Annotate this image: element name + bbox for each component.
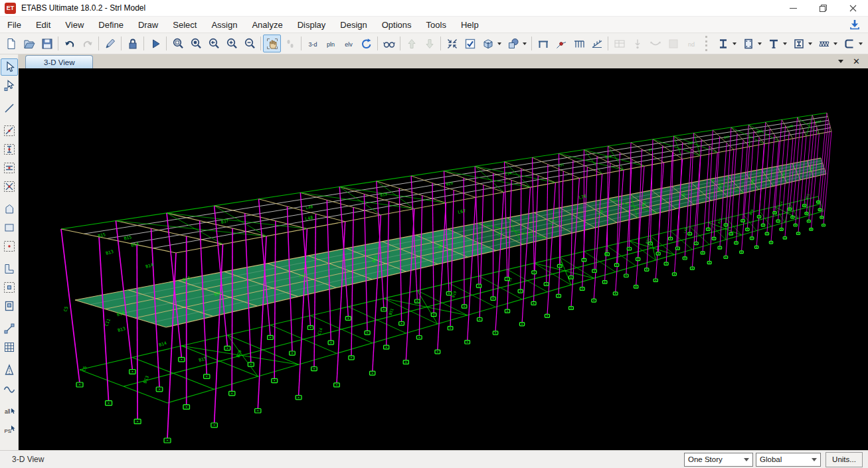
undo-button[interactable] <box>60 35 78 52</box>
menu-options[interactable]: Options <box>375 20 419 30</box>
menu-assign[interactable]: Assign <box>204 20 244 30</box>
menu-view[interactable]: View <box>58 20 91 30</box>
restore-button[interactable] <box>808 0 838 16</box>
frame-section-boxi-dropdown[interactable] <box>790 35 808 52</box>
menu-tools[interactable]: Tools <box>419 20 454 30</box>
area-display-button <box>664 35 682 52</box>
new-model-button[interactable] <box>2 35 20 52</box>
object-display-checkbox-button[interactable] <box>461 35 479 52</box>
draw-link-button[interactable] <box>1 320 18 337</box>
draw-line-button[interactable] <box>1 100 18 117</box>
gtable-icon <box>613 37 626 50</box>
channel-section-dropdown[interactable] <box>840 35 858 52</box>
minimize-icon <box>790 5 797 12</box>
display-options-button[interactable] <box>380 35 398 52</box>
quick-draw-area-button[interactable] <box>1 238 18 255</box>
story-mode-dropdown[interactable]: One Story <box>684 453 753 467</box>
frame-section-i-dropdown[interactable] <box>714 35 732 52</box>
select-all-button[interactable]: all <box>1 402 18 420</box>
wall-section-dropdown[interactable] <box>815 35 833 52</box>
dropdown-arrow-icon[interactable] <box>523 42 527 45</box>
coordinate-system-dropdown[interactable]: Global <box>756 453 821 467</box>
quick-draw-line-button[interactable] <box>1 122 18 139</box>
menu-file[interactable]: File <box>0 20 29 30</box>
menu-define[interactable]: Define <box>91 20 131 30</box>
standard-views-dropdown[interactable] <box>479 35 497 52</box>
wall-element-button[interactable] <box>570 35 588 52</box>
open-model-button[interactable] <box>20 35 38 52</box>
svg-text:B15: B15 <box>724 135 731 139</box>
rotate-3d-view-button[interactable] <box>357 35 375 52</box>
draw-dimension-button[interactable] <box>1 361 18 378</box>
select-pointer-button[interactable] <box>1 58 18 76</box>
units-button[interactable]: Units... <box>825 452 863 467</box>
menu-draw[interactable]: Draw <box>131 20 165 30</box>
dropdown-arrow-icon[interactable] <box>833 42 837 45</box>
plan-view-button[interactable]: pln <box>321 35 339 52</box>
draw-section-dropdown[interactable] <box>865 35 868 52</box>
elevation-view-button-label: elv <box>342 37 355 50</box>
toolbar-drag-handle[interactable] <box>705 36 710 51</box>
menu-help[interactable]: Help <box>454 20 486 30</box>
reshape-object-button[interactable] <box>1 77 18 94</box>
tab-close-button[interactable]: ✕ <box>853 56 860 66</box>
model-canvas[interactable]: B13B14B15B29B36B37C14C19L48B31B33B13B19B… <box>19 68 868 450</box>
dropdown-arrow-icon[interactable] <box>497 42 501 45</box>
ramp-element-button[interactable] <box>588 35 606 52</box>
dropdown-arrow-icon[interactable] <box>859 42 863 45</box>
menu-edit[interactable]: Edit <box>29 20 58 30</box>
dropdown-arrow-icon[interactable] <box>758 42 762 45</box>
extruded-view-dropdown[interactable] <box>504 35 522 52</box>
svg-text:3-d: 3-d <box>308 40 317 47</box>
tsec-icon <box>767 37 780 50</box>
elevation-view-button[interactable]: elv <box>339 35 357 52</box>
lock-icon <box>126 37 139 50</box>
menu-select[interactable]: Select <box>165 20 204 30</box>
status-bar: 3-D View One Story Global Units... <box>0 450 868 468</box>
rubber-band-zoom-button[interactable] <box>169 35 187 52</box>
draw-door-button[interactable] <box>1 297 18 315</box>
save-model-button[interactable] <box>38 35 56 52</box>
quick-draw-beam-button[interactable] <box>1 159 18 177</box>
draw-wall-button[interactable] <box>1 260 18 277</box>
zoom-in-button[interactable] <box>222 35 240 52</box>
svg-text:L48: L48 <box>305 215 313 222</box>
quick-draw-brace-button[interactable] <box>1 178 18 195</box>
frame-section-rect-dropdown[interactable] <box>739 35 757 52</box>
draw-curve-button[interactable] <box>1 380 18 397</box>
frame-element-button[interactable] <box>534 35 552 52</box>
pan-button[interactable] <box>263 35 281 52</box>
quick-draw-column-button[interactable] <box>1 141 18 158</box>
previous-selection-button[interactable]: PS <box>1 421 18 438</box>
restore-full-view-button[interactable] <box>187 35 205 52</box>
tab-list-button[interactable] <box>838 60 843 63</box>
dropdown-arrow-icon[interactable] <box>808 42 812 45</box>
draw-area-button[interactable] <box>1 200 18 218</box>
run-analysis-button[interactable] <box>146 35 164 52</box>
dropdown-arrow-icon[interactable] <box>783 42 787 45</box>
menu-analyze[interactable]: Analyze <box>244 20 290 30</box>
zoom-out-button[interactable] <box>240 35 258 52</box>
svg-text:B13: B13 <box>142 375 150 384</box>
svg-text:C14: C14 <box>778 200 784 207</box>
draw-rect-area-button[interactable] <box>1 219 18 236</box>
show-model-panel-button[interactable] <box>849 19 860 30</box>
menu-design[interactable]: Design <box>333 20 374 30</box>
svg-text:B29: B29 <box>446 181 453 187</box>
dropdown-arrow-icon[interactable] <box>733 42 737 45</box>
minimize-button[interactable] <box>778 0 808 16</box>
frame-section-t-dropdown[interactable] <box>764 35 782 52</box>
menu-display[interactable]: Display <box>290 20 333 30</box>
toolbar-separator <box>531 37 532 50</box>
quick-draw-wall-button[interactable] <box>1 279 18 296</box>
pen-edit-button[interactable] <box>101 35 119 52</box>
draw-grid-button[interactable] <box>1 339 18 356</box>
close-button[interactable] <box>838 0 868 16</box>
joint-element-button[interactable] <box>552 35 570 52</box>
tab-3d-view[interactable]: 3-D View <box>25 55 93 68</box>
shrink-objects-button[interactable] <box>443 35 461 52</box>
view-3d-button[interactable]: 3-d <box>304 35 321 52</box>
qbrace-icon <box>3 180 16 193</box>
lock-model-button[interactable] <box>124 35 141 52</box>
previous-zoom-button[interactable] <box>205 35 222 52</box>
